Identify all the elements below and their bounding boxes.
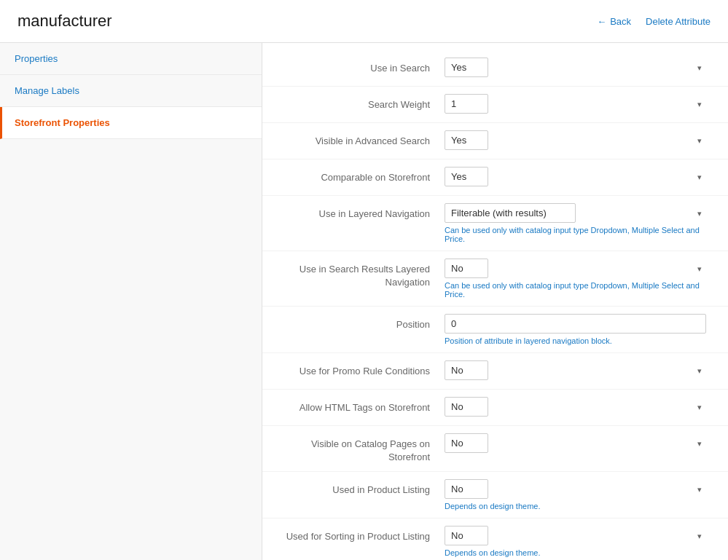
form-row-use-in-search: Use in SearchYesNo: [262, 50, 728, 87]
form-row-use-in-search-results-layered-nav: Use in Search Results Layered Navigation…: [262, 251, 728, 307]
form-row-visible-advanced-search: Visible in Advanced SearchYesNo: [262, 123, 728, 159]
select-search-weight[interactable]: 12345: [445, 94, 488, 114]
page-header: manufacturer ← Back Delete Attribute: [0, 0, 728, 43]
content-area: Use in SearchYesNoSearch Weight12345Visi…: [262, 43, 728, 560]
field-used-in-product-listing: YesNoDepends on design theme.: [445, 479, 706, 510]
form-row-used-in-product-listing: Used in Product ListingYesNoDepends on d…: [262, 472, 728, 518]
label-visible-advanced-search: Visible in Advanced Search: [284, 130, 445, 148]
select-use-in-layered-nav[interactable]: NoFilterable (with results)Filterable (n…: [445, 203, 576, 223]
field-position: Position of attribute in layered navigat…: [445, 314, 706, 345]
form-row-allow-html-tags: Allow HTML Tags on StorefrontYesNo: [262, 390, 728, 426]
select-wrapper-used-for-sorting: YesNo: [445, 526, 706, 545]
field-visible-advanced-search: YesNo: [445, 130, 706, 150]
label-use-promo-rule: Use for Promo Rule Conditions: [284, 360, 445, 378]
select-wrapper-search-weight: 12345: [445, 94, 706, 114]
header-actions: ← Back Delete Attribute: [597, 16, 711, 27]
select-use-in-search[interactable]: YesNo: [445, 58, 488, 77]
field-use-in-search-results-layered-nav: YesNoCan be used only with catalog input…: [445, 259, 706, 299]
label-position: Position: [284, 314, 445, 331]
select-visible-catalog-pages[interactable]: YesNo: [445, 433, 488, 453]
arrow-left-icon: ←: [597, 16, 606, 27]
form-row-search-weight: Search Weight12345: [262, 87, 728, 123]
select-wrapper-visible-catalog-pages: YesNo: [445, 433, 706, 453]
page-title: manufacturer: [17, 12, 112, 31]
select-comparable-storefront[interactable]: YesNo: [445, 167, 488, 186]
sidebar-item-manage-labels[interactable]: Manage Labels: [0, 75, 262, 107]
label-allow-html-tags: Allow HTML Tags on Storefront: [284, 397, 445, 414]
form-row-use-promo-rule: Use for Promo Rule ConditionsYesNo: [262, 353, 728, 390]
select-wrapper-visible-advanced-search: YesNo: [445, 130, 706, 150]
select-used-for-sorting[interactable]: YesNo: [445, 526, 488, 545]
back-button[interactable]: ← Back: [597, 16, 631, 27]
sidebar: PropertiesManage LabelsStorefront Proper…: [0, 43, 262, 560]
hint-use-in-layered-nav: Can be used only with catalog input type…: [445, 226, 706, 243]
field-use-in-search: YesNo: [445, 58, 706, 77]
form-row-position: PositionPosition of attribute in layered…: [262, 307, 728, 353]
label-use-in-search-results-layered-nav: Use in Search Results Layered Navigation: [284, 259, 445, 289]
select-wrapper-use-in-search-results-layered-nav: YesNo: [445, 259, 706, 278]
select-use-in-search-results-layered-nav[interactable]: YesNo: [445, 259, 488, 278]
hint-used-in-product-listing: Depends on design theme.: [445, 502, 706, 510]
hint-used-for-sorting: Depends on design theme.: [445, 548, 706, 557]
field-visible-catalog-pages: YesNo: [445, 433, 706, 453]
label-visible-catalog-pages: Visible on Catalog Pages on Storefront: [284, 433, 445, 464]
select-visible-advanced-search[interactable]: YesNo: [445, 130, 488, 150]
select-wrapper-use-in-layered-nav: NoFilterable (with results)Filterable (n…: [445, 203, 706, 223]
label-use-in-search: Use in Search: [284, 58, 445, 75]
label-used-for-sorting: Used for Sorting in Product Listing: [284, 526, 445, 543]
select-wrapper-use-in-search: YesNo: [445, 58, 706, 77]
field-search-weight: 12345: [445, 94, 706, 114]
field-comparable-storefront: YesNo: [445, 167, 706, 186]
field-allow-html-tags: YesNo: [445, 397, 706, 417]
select-allow-html-tags[interactable]: YesNo: [445, 397, 488, 417]
main-layout: PropertiesManage LabelsStorefront Proper…: [0, 43, 728, 560]
select-wrapper-comparable-storefront: YesNo: [445, 167, 706, 186]
form-row-used-for-sorting: Used for Sorting in Product ListingYesNo…: [262, 518, 728, 560]
field-used-for-sorting: YesNoDepends on design theme.: [445, 526, 706, 557]
label-use-in-layered-nav: Use in Layered Navigation: [284, 203, 445, 221]
sidebar-item-properties[interactable]: Properties: [0, 43, 262, 75]
form-row-use-in-layered-nav: Use in Layered NavigationNoFilterable (w…: [262, 196, 728, 251]
select-used-in-product-listing[interactable]: YesNo: [445, 479, 488, 499]
hint-position: Position of attribute in layered navigat…: [445, 336, 706, 345]
select-wrapper-allow-html-tags: YesNo: [445, 397, 706, 417]
label-search-weight: Search Weight: [284, 94, 445, 111]
input-position[interactable]: [445, 314, 706, 334]
field-use-in-layered-nav: NoFilterable (with results)Filterable (n…: [445, 203, 706, 243]
label-comparable-storefront: Comparable on Storefront: [284, 167, 445, 184]
form-row-comparable-storefront: Comparable on StorefrontYesNo: [262, 159, 728, 196]
delete-attribute-button[interactable]: Delete Attribute: [646, 16, 711, 27]
sidebar-item-storefront-properties[interactable]: Storefront Properties: [0, 107, 262, 139]
hint-use-in-search-results-layered-nav: Can be used only with catalog input type…: [445, 281, 706, 299]
form-table: Use in SearchYesNoSearch Weight12345Visi…: [262, 43, 728, 560]
form-row-visible-catalog-pages: Visible on Catalog Pages on StorefrontYe…: [262, 426, 728, 472]
select-wrapper-use-promo-rule: YesNo: [445, 360, 706, 380]
select-wrapper-used-in-product-listing: YesNo: [445, 479, 706, 499]
field-use-promo-rule: YesNo: [445, 360, 706, 380]
label-used-in-product-listing: Used in Product Listing: [284, 479, 445, 497]
select-use-promo-rule[interactable]: YesNo: [445, 360, 488, 380]
